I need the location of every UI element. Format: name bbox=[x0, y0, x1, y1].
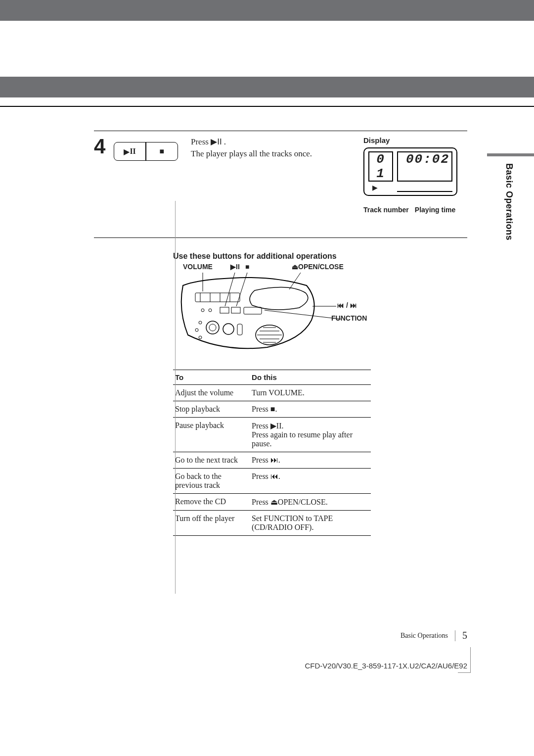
label-playpause: ▶II bbox=[230, 263, 240, 271]
footer-corner-h bbox=[458, 672, 471, 673]
th-do: Do this bbox=[250, 370, 371, 385]
footer-divider bbox=[455, 630, 455, 641]
svg-rect-8 bbox=[220, 307, 229, 313]
vertical-rule bbox=[175, 201, 176, 594]
step-number: 4 bbox=[94, 136, 114, 214]
cell-to: Adjust the volume bbox=[173, 385, 250, 401]
play-pause-icon: ▶II bbox=[230, 263, 240, 271]
caption-time: Playing time bbox=[415, 206, 455, 214]
cell-do: Set FUNCTION to TAPE (CD/RADIO OFF). bbox=[250, 511, 371, 536]
display-label: Display bbox=[363, 136, 467, 144]
cell-do: Press ⏭. bbox=[250, 452, 371, 469]
cell-do: Press ⏏OPEN/CLOSE. bbox=[250, 494, 371, 511]
svg-point-11 bbox=[206, 321, 219, 334]
lcd-caption: Track number Playing time bbox=[363, 206, 467, 214]
eject-icon: ⏏ bbox=[292, 263, 298, 271]
play-pause-icon: ▶II bbox=[211, 137, 222, 146]
svg-point-15 bbox=[195, 329, 198, 331]
svg-rect-1 bbox=[195, 293, 240, 302]
svg-rect-9 bbox=[231, 307, 240, 313]
boombox-svg bbox=[173, 266, 371, 360]
svg-point-6 bbox=[201, 309, 204, 312]
document-id: CFD-V20/V30.E_3-859-117-1X.U2/CA2/AU6/E9… bbox=[305, 662, 467, 670]
label-openclose: ⏏OPEN/CLOSE bbox=[292, 263, 344, 271]
svg-point-12 bbox=[209, 324, 216, 331]
table-row: Turn off the playerSet FUNCTION to TAPE … bbox=[173, 511, 371, 536]
device-illustration: VOLUME ▶II ■ ⏏OPEN/CLOSE ⏮ / ⏭ FUNCTION bbox=[173, 266, 371, 360]
caption-track: Track number bbox=[363, 206, 409, 214]
openclose-text: OPEN/CLOSE bbox=[298, 263, 344, 271]
header-bar-lower bbox=[0, 77, 534, 97]
th-to: To bbox=[173, 370, 250, 385]
footer-corner-v bbox=[470, 647, 471, 673]
cell-do: Turn VOLUME. bbox=[250, 385, 371, 401]
step-row: 4 ▶II ■ Press ▶II . The player plays all… bbox=[94, 131, 467, 238]
instr-line2: The player plays all the tracks once. bbox=[191, 149, 312, 158]
table-row: Stop playbackPress ■. bbox=[173, 401, 371, 418]
label-skip: ⏮ / ⏭ bbox=[337, 301, 357, 309]
header-rule bbox=[0, 106, 534, 107]
lcd-track-number: 0 1 bbox=[368, 151, 393, 182]
page-number: 5 bbox=[462, 630, 467, 641]
subheading: Use these buttons for additional operati… bbox=[173, 252, 371, 261]
cell-to: Go back to the previous track bbox=[173, 469, 250, 494]
additional-ops-section: Use these buttons for additional operati… bbox=[173, 252, 371, 536]
instr-suffix: . bbox=[222, 137, 226, 146]
remote-buttons: ▶II ■ bbox=[114, 142, 178, 161]
operations-table: To Do this Adjust the volumeTurn VOLUME.… bbox=[173, 370, 371, 536]
lcd-display: 0 1 00:02 ▶ bbox=[363, 147, 457, 196]
cell-to: Remove the CD bbox=[173, 494, 250, 511]
table-row: Pause playbackPress ▶II. Press again to … bbox=[173, 418, 371, 452]
svg-line-21 bbox=[289, 273, 301, 289]
svg-point-13 bbox=[223, 324, 234, 334]
table-row: Go back to the previous trackPress ⏮. bbox=[173, 469, 371, 494]
table-row: Go to the next trackPress ⏭. bbox=[173, 452, 371, 469]
svg-point-14 bbox=[199, 321, 202, 324]
stop-icon: ■ bbox=[245, 263, 249, 271]
svg-line-23 bbox=[265, 310, 341, 319]
table-row: Adjust the volumeTurn VOLUME. bbox=[173, 385, 371, 401]
display-column: Display 0 1 00:02 ▶ Track number Playing… bbox=[363, 136, 467, 214]
cell-to: Stop playback bbox=[173, 401, 250, 418]
label-volume: VOLUME bbox=[183, 263, 213, 271]
side-tab-label: Basic Operations bbox=[504, 163, 514, 240]
cell-do: Press ▶II. Press again to resume play af… bbox=[250, 418, 371, 452]
stop-icon: ■ bbox=[146, 142, 178, 160]
side-tab-mark bbox=[487, 153, 534, 156]
header-bar-upper bbox=[0, 0, 534, 21]
cell-do: Press ■. bbox=[250, 401, 371, 418]
label-stop: ■ bbox=[245, 263, 249, 271]
cell-do: Press ⏮. bbox=[250, 469, 371, 494]
footer-section: Basic Operations bbox=[400, 632, 448, 640]
table-row: Remove the CDPress ⏏OPEN/CLOSE. bbox=[173, 494, 371, 511]
footer: Basic Operations 5 bbox=[400, 630, 467, 641]
cell-to: Go to the next track bbox=[173, 452, 250, 469]
main-content: 4 ▶II ■ Press ▶II . The player plays all… bbox=[94, 131, 467, 536]
svg-point-16 bbox=[199, 336, 202, 339]
step-instruction: Press ▶II . The player plays all the tra… bbox=[178, 136, 354, 214]
play-pause-icon: ▶II bbox=[114, 142, 145, 160]
lcd-underline bbox=[397, 191, 452, 192]
svg-point-7 bbox=[209, 309, 212, 312]
lcd-playing-time: 00:02 bbox=[397, 151, 452, 182]
cell-to: Pause playback bbox=[173, 418, 250, 452]
svg-rect-10 bbox=[244, 307, 262, 314]
label-function: FUNCTION bbox=[331, 314, 367, 322]
cell-to: Turn off the player bbox=[173, 511, 250, 536]
instr-prefix: Press bbox=[191, 137, 211, 146]
svg-rect-17 bbox=[237, 324, 242, 335]
